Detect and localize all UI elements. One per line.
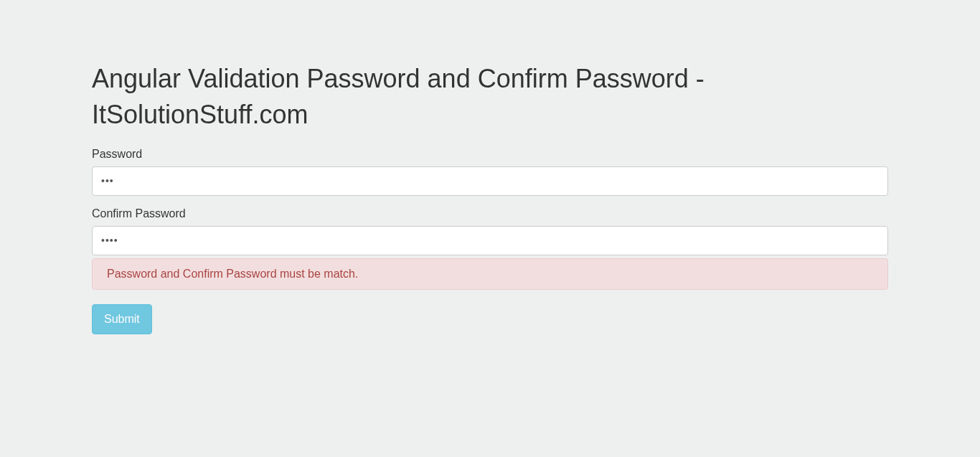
- password-group: Password: [92, 148, 888, 196]
- submit-button[interactable]: Submit: [92, 304, 152, 334]
- confirm-password-input[interactable]: [92, 226, 888, 255]
- page-title: Angular Validation Password and Confirm …: [92, 61, 888, 133]
- confirm-password-label: Confirm Password: [92, 207, 888, 220]
- form-container: Angular Validation Password and Confirm …: [92, 0, 888, 334]
- password-input[interactable]: [92, 166, 888, 196]
- password-label: Password: [92, 148, 888, 161]
- confirm-password-group: Confirm Password Password and Confirm Pa…: [92, 207, 888, 290]
- validation-error-message: Password and Confirm Password must be ma…: [92, 258, 888, 290]
